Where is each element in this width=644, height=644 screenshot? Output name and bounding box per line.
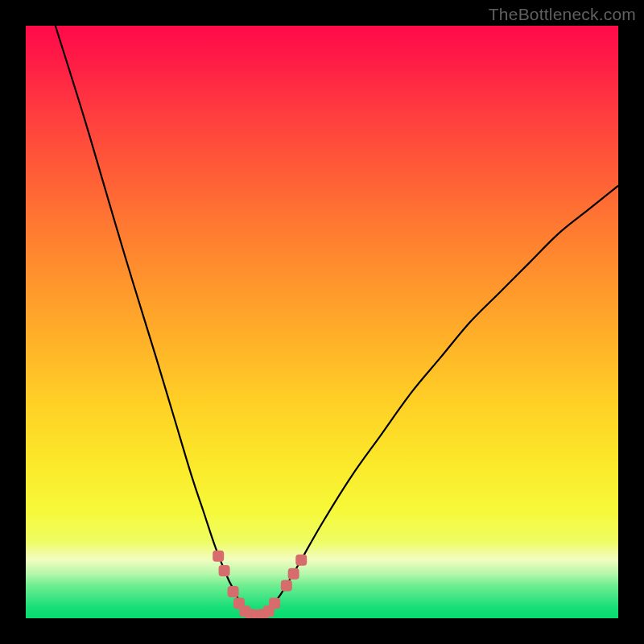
chart-frame: TheBottleneck.com	[0, 0, 644, 644]
chart-svg	[26, 26, 618, 618]
curve-markers	[213, 551, 307, 618]
bottleneck-curve	[56, 26, 618, 615]
curve-marker	[295, 555, 307, 566]
plot-area	[26, 26, 618, 618]
curve-marker	[228, 586, 239, 597]
curve-marker	[288, 568, 299, 580]
watermark-text: TheBottleneck.com	[489, 5, 636, 24]
curve-marker	[269, 598, 280, 609]
curve-marker	[219, 565, 230, 576]
curve-marker	[281, 580, 292, 592]
curve-marker	[213, 551, 224, 562]
